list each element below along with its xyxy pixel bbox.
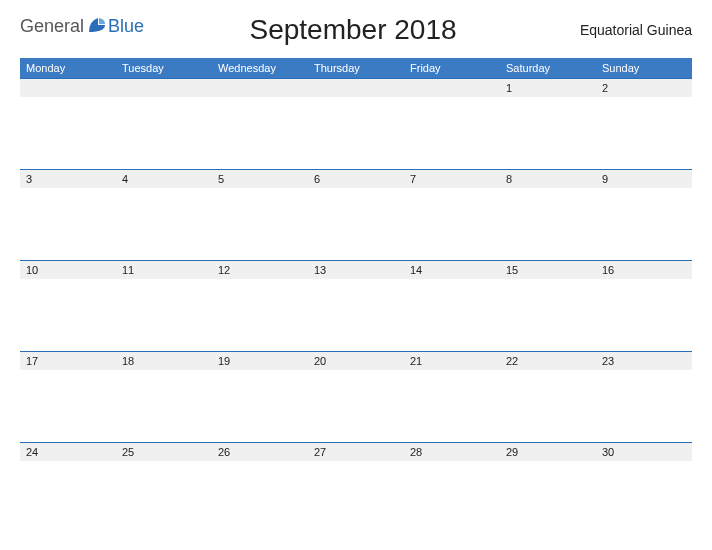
date-cell [116,79,212,97]
date-cell: 17 [20,352,116,370]
weekday-header: Monday Tuesday Wednesday Thursday Friday… [20,58,692,78]
date-cell: 13 [308,261,404,279]
date-cell: 11 [116,261,212,279]
date-cell: 22 [500,352,596,370]
date-cell: 24 [20,443,116,461]
date-cell [404,79,500,97]
week-4-dates: 17 18 19 20 21 22 23 [20,351,692,370]
calendar: Monday Tuesday Wednesday Thursday Friday… [20,58,692,511]
date-cell: 19 [212,352,308,370]
date-cell: 12 [212,261,308,279]
week-5-dates: 24 25 26 27 28 29 30 [20,442,692,461]
logo-text-general: General [20,16,84,37]
date-cell: 27 [308,443,404,461]
header: General Blue September 2018 Equatorial G… [20,12,692,46]
week-2-dates: 3 4 5 6 7 8 9 [20,169,692,188]
date-cell [308,79,404,97]
date-cell [212,79,308,97]
globe-icon [88,17,106,37]
date-cell: 25 [116,443,212,461]
date-cell: 8 [500,170,596,188]
weekday-fri: Friday [404,58,500,78]
logo-text-blue: Blue [108,16,144,37]
region-label: Equatorial Guinea [562,12,692,38]
date-cell: 2 [596,79,692,97]
date-cell: 18 [116,352,212,370]
date-cell: 23 [596,352,692,370]
weekday-thu: Thursday [308,58,404,78]
weekday-sat: Saturday [500,58,596,78]
date-cell: 28 [404,443,500,461]
date-cell: 29 [500,443,596,461]
week-2-space [20,188,692,260]
page-title: September 2018 [144,12,562,46]
weekday-tue: Tuesday [116,58,212,78]
date-cell: 21 [404,352,500,370]
week-5-space [20,461,692,511]
date-cell: 10 [20,261,116,279]
date-cell: 20 [308,352,404,370]
week-1-dates: 1 2 [20,78,692,97]
week-3-space [20,279,692,351]
date-cell: 5 [212,170,308,188]
date-cell: 30 [596,443,692,461]
date-cell: 3 [20,170,116,188]
date-cell: 14 [404,261,500,279]
week-4-space [20,370,692,442]
date-cell: 16 [596,261,692,279]
weekday-mon: Monday [20,58,116,78]
date-cell: 9 [596,170,692,188]
date-cell: 6 [308,170,404,188]
logo: General Blue [20,12,144,37]
date-cell: 26 [212,443,308,461]
week-3-dates: 10 11 12 13 14 15 16 [20,260,692,279]
date-cell: 15 [500,261,596,279]
weekday-sun: Sunday [596,58,692,78]
date-cell: 1 [500,79,596,97]
date-cell: 4 [116,170,212,188]
weekday-wed: Wednesday [212,58,308,78]
date-cell: 7 [404,170,500,188]
week-1-space [20,97,692,169]
date-cell [20,79,116,97]
